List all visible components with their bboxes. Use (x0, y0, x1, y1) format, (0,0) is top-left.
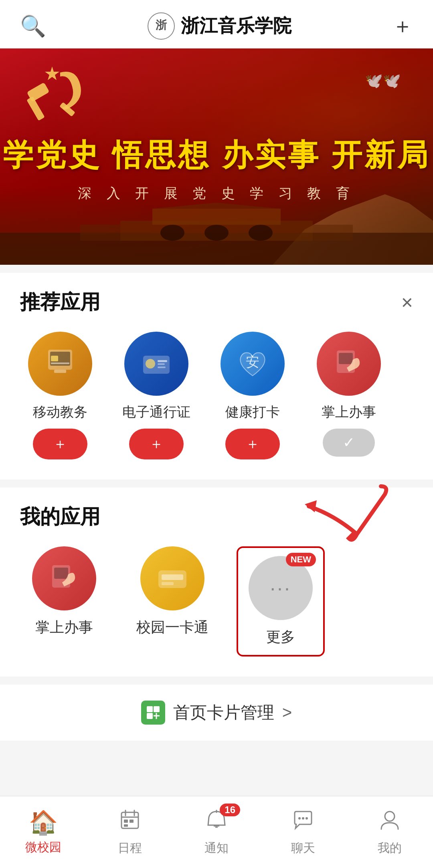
app-label-health: 健康打卡 (225, 403, 280, 421)
svg-rect-34 (162, 574, 183, 580)
banner: 🕊️🕊️ 学党史 悟思想 办实事 开新局 深 入 开 展 党 史 学 习 教 育 (0, 48, 433, 265)
my-app-campus-card[interactable]: 校园一卡通 (128, 546, 216, 657)
svg-point-13 (204, 225, 229, 241)
tiananmen-silhouette (0, 201, 433, 265)
nav-item-home[interactable]: 🏠 微校园 (7, 809, 79, 856)
app-icon-palm-office (317, 332, 381, 396)
my-app-icon-campus-card (140, 546, 204, 610)
svg-rect-19 (51, 363, 69, 364)
header: 🔍 浙 浙江音乐学院 ＋ (0, 0, 433, 48)
my-app-icon-palm-office (32, 546, 96, 610)
svg-marker-5 (45, 66, 59, 80)
my-app-icon-more: NEW ··· (249, 556, 313, 620)
app-label-e-pass: 电子通行证 (122, 403, 190, 421)
my-app-label-campus-card: 校园一卡通 (136, 618, 208, 637)
svg-rect-37 (154, 706, 160, 712)
svg-rect-47 (124, 824, 128, 827)
schedule-icon (118, 808, 142, 837)
recommended-section-title: 推荐应用 (20, 289, 100, 316)
nav-label-chat: 聊天 (291, 840, 315, 856)
recommended-app-campus: 校园一 ✓ (405, 332, 413, 459)
app-name: 浙江音乐学院 (181, 14, 291, 38)
svg-point-54 (385, 812, 395, 821)
recommended-app-e-pass: 电子通行证 ＋ (116, 332, 196, 459)
banner-title: 学党史 悟思想 办实事 开新局 (3, 135, 430, 176)
bottom-nav: 🏠 微校园 日程 (0, 796, 433, 868)
my-app-more[interactable]: NEW ··· 更多 (237, 546, 325, 657)
svg-text:浙: 浙 (156, 19, 167, 31)
nav-item-notify[interactable]: 16 通知 (180, 808, 253, 856)
recommended-app-palm-office: 掌上办事 ✓ (309, 332, 389, 459)
add-icon[interactable]: ＋ (392, 12, 413, 40)
svg-rect-23 (158, 363, 165, 365)
notification-badge: 16 (220, 804, 240, 816)
section-header: 推荐应用 × (20, 289, 413, 316)
app-title: 浙 浙江音乐学院 (147, 12, 291, 40)
home-icon: 🏠 (29, 809, 58, 836)
my-apps-grid: 掌上办事 校园一卡通 NEW ··· 更多 (20, 546, 413, 657)
svg-text:安: 安 (246, 354, 259, 369)
added-palm-office-button[interactable]: ✓ (323, 429, 375, 457)
svg-point-14 (249, 225, 273, 241)
logo-emblem: 浙 (147, 12, 175, 40)
svg-rect-8 (80, 225, 120, 241)
add-mobile-edu-button[interactable]: ＋ (33, 429, 87, 459)
search-icon[interactable]: 🔍 (20, 14, 46, 38)
nav-item-schedule[interactable]: 日程 (94, 808, 166, 856)
svg-rect-10 (152, 209, 281, 225)
chat-icon (291, 808, 315, 837)
svg-rect-45 (124, 820, 128, 823)
svg-point-53 (306, 817, 308, 820)
app-icon-e-pass (124, 332, 188, 396)
card-mgmt-icon (141, 701, 165, 725)
svg-point-21 (146, 359, 155, 369)
svg-rect-32 (54, 568, 68, 579)
svg-rect-9 (313, 225, 353, 241)
app-label-palm-office: 掌上办事 (322, 403, 376, 421)
svg-point-52 (302, 817, 304, 820)
svg-marker-30 (305, 500, 317, 512)
my-app-label-palm-office: 掌上办事 (35, 618, 93, 637)
my-apps-section: 我的应用 掌上办事 (0, 487, 433, 677)
nav-label-profile: 我的 (378, 840, 402, 856)
svg-point-12 (160, 225, 184, 241)
svg-rect-36 (147, 706, 153, 712)
banner-subtitle: 深 入 开 展 党 史 学 习 教 育 (78, 184, 355, 203)
recommended-apps-row: 移动教务 ＋ 电子通行证 ＋ (20, 332, 413, 459)
my-app-palm-office[interactable]: 掌上办事 (20, 546, 108, 657)
svg-rect-22 (158, 360, 167, 362)
svg-rect-38 (147, 713, 153, 719)
svg-marker-11 (152, 203, 281, 209)
svg-rect-35 (162, 582, 174, 585)
nav-label-schedule: 日程 (118, 840, 142, 856)
my-app-label-more: 更多 (266, 627, 295, 647)
nav-item-chat[interactable]: 聊天 (267, 808, 339, 856)
more-dots-icon: ··· (270, 576, 291, 600)
svg-rect-27 (339, 353, 353, 364)
nav-label-home: 微校园 (25, 839, 61, 856)
red-arrow-svg (277, 482, 389, 562)
svg-rect-46 (129, 820, 134, 823)
recommended-app-health: 安 健康打卡 ＋ (212, 332, 293, 459)
app-icon-mobile-edu (28, 332, 92, 396)
card-management-arrow: > (282, 703, 292, 722)
recommended-apps-section: 推荐应用 × 移动教务 ＋ (0, 273, 433, 479)
svg-point-51 (298, 817, 301, 820)
svg-rect-18 (51, 356, 58, 361)
nav-item-profile[interactable]: 我的 (354, 808, 426, 856)
card-management-section[interactable]: 首页卡片管理 > (0, 685, 433, 741)
nav-label-notify: 通知 (204, 840, 229, 856)
add-health-button[interactable]: ＋ (225, 429, 280, 459)
profile-icon (378, 808, 401, 837)
app-icon-health: 安 (221, 332, 285, 396)
add-e-pass-button[interactable]: ＋ (129, 429, 184, 459)
close-recommended-button[interactable]: × (401, 292, 413, 312)
app-label-mobile-edu: 移动教务 (33, 403, 87, 421)
recommended-app-mobile-edu: 移动教务 ＋ (20, 332, 100, 459)
my-apps-title: 我的应用 (20, 503, 100, 530)
birds-icon: 🕊️🕊️ (365, 73, 401, 89)
hammer-sickle-icon (24, 64, 88, 131)
notify-badge-container: 16 (205, 808, 228, 837)
svg-rect-17 (54, 370, 66, 373)
card-management-label: 首页卡片管理 (173, 701, 274, 724)
